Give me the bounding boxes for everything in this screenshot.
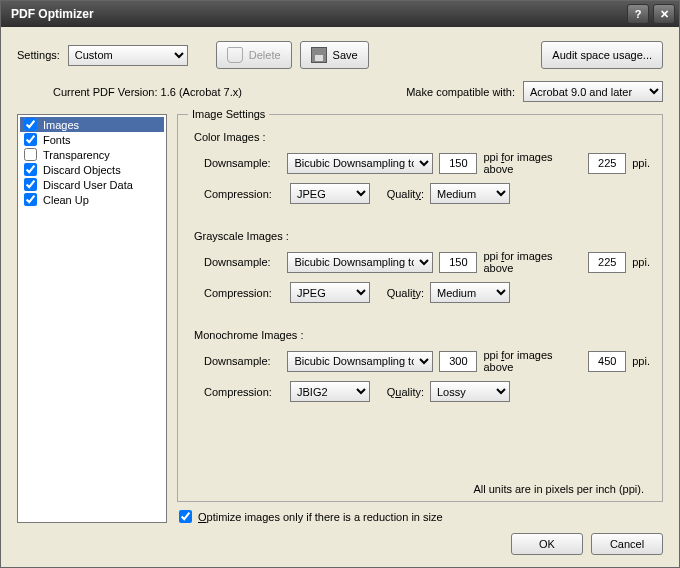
color-ppi-input[interactable] [439, 153, 477, 174]
checkbox-transparency[interactable] [24, 148, 37, 161]
sidebar-item-fonts[interactable]: Fonts [20, 132, 164, 147]
help-button[interactable]: ? [627, 4, 649, 24]
sidebar-item-transparency[interactable]: Transparency [20, 147, 164, 162]
color-images-title: Color Images : [194, 131, 650, 143]
gray-downsample-select[interactable]: Bicubic Downsampling to [287, 252, 433, 273]
checkbox-clean-up[interactable] [24, 193, 37, 206]
mono-compression-row: Compression: JBIG2 Quality: Lossy [190, 381, 650, 402]
optimize-label: Optimize images only if there is a reduc… [198, 511, 443, 523]
sidebar-item-images[interactable]: Images [20, 117, 164, 132]
mono-above-ppi-input[interactable] [588, 351, 626, 372]
sidebar-item-discard-user-data[interactable]: Discard User Data [20, 177, 164, 192]
gray-above-ppi-input[interactable] [588, 252, 626, 273]
window-title: PDF Optimizer [11, 7, 94, 21]
units-note: All units are in pixels per inch (ppi). [190, 479, 650, 495]
sidebar-item-clean-up[interactable]: Clean Up [20, 192, 164, 207]
mono-ppi-input[interactable] [439, 351, 477, 372]
fieldset-legend: Image Settings [188, 108, 269, 120]
color-compression-select[interactable]: JPEG [290, 183, 370, 204]
color-above-ppi-input[interactable] [588, 153, 626, 174]
mono-images-title: Monochrome Images : [194, 329, 650, 341]
mono-downsample-row: Downsample: Bicubic Downsampling to ppi … [190, 349, 650, 373]
mono-compression-select[interactable]: JBIG2 [290, 381, 370, 402]
compression-label: Compression: [204, 188, 284, 200]
right-column: Image Settings Color Images : Downsample… [177, 114, 663, 523]
cancel-button[interactable]: Cancel [591, 533, 663, 555]
color-quality-select[interactable]: Medium [430, 183, 510, 204]
pdf-optimizer-window: PDF Optimizer ? ✕ Settings: Custom Delet… [0, 0, 680, 568]
compat-label: Make compatible with: [406, 86, 515, 98]
grayscale-images-title: Grayscale Images : [194, 230, 650, 242]
version-row: Current PDF Version: 1.6 (Acrobat 7.x) M… [17, 69, 663, 114]
mono-downsample-select[interactable]: Bicubic Downsampling to [287, 351, 433, 372]
image-settings-fieldset: Image Settings Color Images : Downsample… [177, 114, 663, 502]
floppy-icon [311, 47, 327, 63]
checkbox-discard-objects[interactable] [24, 163, 37, 176]
gray-ppi-input[interactable] [439, 252, 477, 273]
optimize-row: Optimize images only if there is a reduc… [177, 510, 663, 523]
close-button[interactable]: ✕ [653, 4, 675, 24]
quality-label: Quality: [376, 188, 424, 200]
save-button[interactable]: Save [300, 41, 369, 69]
footer: OK Cancel [17, 523, 663, 555]
main-row: Images Fonts Transparency Discard Object… [17, 114, 663, 523]
settings-label: Settings: [17, 49, 60, 61]
dialog-body: Settings: Custom Delete Save Audit space… [1, 27, 679, 567]
downsample-label: Downsample: [204, 157, 281, 169]
delete-button[interactable]: Delete [216, 41, 292, 69]
checkbox-fonts[interactable] [24, 133, 37, 146]
gray-compression-select[interactable]: JPEG [290, 282, 370, 303]
settings-row: Settings: Custom Delete Save Audit space… [17, 41, 663, 69]
color-downsample-row: Downsample: Bicubic Downsampling to ppi … [190, 151, 650, 175]
ok-button[interactable]: OK [511, 533, 583, 555]
current-version-label: Current PDF Version: 1.6 (Acrobat 7.x) [53, 86, 242, 98]
audit-space-button[interactable]: Audit space usage... [541, 41, 663, 69]
checkbox-images[interactable] [24, 118, 37, 131]
compat-select[interactable]: Acrobat 9.0 and later [523, 81, 663, 102]
mono-quality-select[interactable]: Lossy [430, 381, 510, 402]
checkbox-discard-user-data[interactable] [24, 178, 37, 191]
titlebar: PDF Optimizer ? ✕ [1, 1, 679, 27]
sidebar-item-discard-objects[interactable]: Discard Objects [20, 162, 164, 177]
color-downsample-select[interactable]: Bicubic Downsampling to [287, 153, 433, 174]
optimize-only-reduction-checkbox[interactable] [179, 510, 192, 523]
category-sidebar: Images Fonts Transparency Discard Object… [17, 114, 167, 523]
gray-compression-row: Compression: JPEG Quality: Medium [190, 282, 650, 303]
trash-icon [227, 47, 243, 63]
color-compression-row: Compression: JPEG Quality: Medium [190, 183, 650, 204]
settings-select[interactable]: Custom [68, 45, 188, 66]
gray-quality-select[interactable]: Medium [430, 282, 510, 303]
gray-downsample-row: Downsample: Bicubic Downsampling to ppi … [190, 250, 650, 274]
